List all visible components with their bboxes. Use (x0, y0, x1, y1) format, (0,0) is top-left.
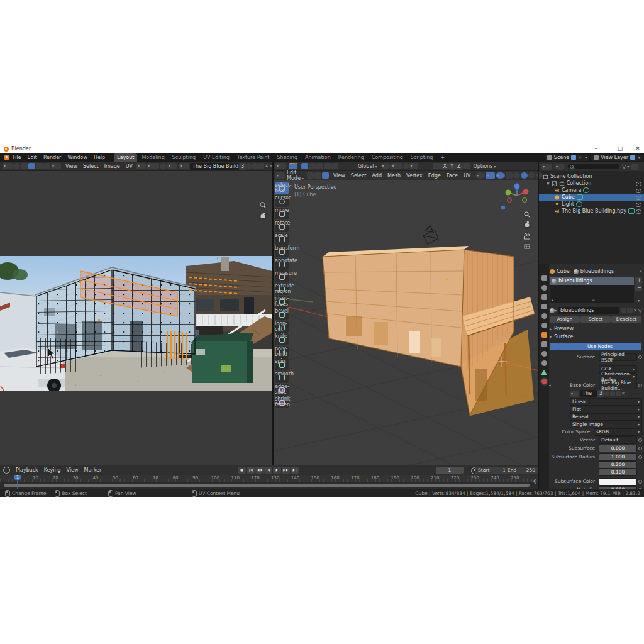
visibility-eye-icon[interactable] (636, 196, 641, 200)
color-space-dropdown[interactable]: sRGB▾ (594, 428, 642, 436)
use-nodes-button[interactable]: Use Nodes (558, 343, 641, 350)
tab-tool-icon[interactable] (541, 275, 547, 281)
viewport-menu-item[interactable]: UV (464, 173, 470, 179)
visibility-eye-icon[interactable] (636, 203, 641, 207)
vertex-select-button[interactable] (307, 172, 314, 179)
tab-object-data-icon[interactable] (541, 370, 547, 375)
editor-separator[interactable] (538, 162, 539, 489)
falloff-button[interactable] (167, 163, 177, 169)
collapse-arrow-icon[interactable]: ❮ (533, 479, 536, 484)
tab-modifiers-icon[interactable] (541, 341, 547, 347)
pin-id-icon[interactable]: ⌖ (640, 269, 642, 274)
tab-scene-icon[interactable] (541, 313, 547, 319)
outliner-options-icon[interactable] (631, 164, 638, 170)
proportional-edit-icon[interactable] (160, 163, 167, 169)
outliner-row-camera[interactable]: Camera (539, 187, 644, 194)
item-7[interactable]: measure (275, 270, 289, 282)
viewport-menu-item[interactable]: Vertex (406, 173, 423, 179)
workspace-tab[interactable]: Layout (114, 153, 137, 162)
menu-item[interactable]: Render (43, 155, 61, 160)
frame-start-field[interactable]: Start1 (475, 467, 508, 474)
fake-user-icon[interactable] (246, 163, 252, 169)
copy-scene-icon[interactable] (571, 155, 576, 160)
shading-solid-button[interactable] (521, 172, 528, 179)
uv-menu-item[interactable]: View (65, 164, 77, 169)
timeline-menu-item[interactable]: Keying (44, 467, 61, 473)
playback-button[interactable]: ▶| (291, 467, 299, 474)
mode-dropdown[interactable]: Edit Mode (287, 170, 304, 181)
uv-select-vertex-button[interactable] (21, 163, 28, 169)
playback-button[interactable]: |◀ (247, 467, 255, 474)
image-new-icon[interactable] (610, 391, 615, 396)
menu-item[interactable]: Help (94, 155, 105, 160)
unlink-image-icon[interactable]: ✕ (265, 164, 269, 169)
editor-type-button[interactable] (3, 163, 13, 169)
select-mode-paint-button[interactable] (331, 163, 338, 169)
surface-shader-field[interactable]: Principled BSDF (599, 353, 637, 361)
minimize-button[interactable]: – (590, 145, 602, 152)
timeline-scrollbar[interactable] (4, 484, 530, 487)
tab-view-layer-icon[interactable] (541, 304, 547, 309)
item-0[interactable]: select-box (275, 182, 289, 194)
radius-y-slider[interactable]: 0.200 (599, 461, 637, 469)
radius-z-slider[interactable]: 0.100 (599, 469, 637, 476)
workspace-tab[interactable]: Scripting (408, 153, 436, 162)
timeline-editor-type-icon[interactable] (3, 467, 10, 474)
mirror-y-button[interactable]: Y (448, 163, 455, 170)
select-mode-tweak-button[interactable] (301, 163, 308, 169)
image-name-short[interactable]: The (580, 390, 597, 397)
select-mode-box-button[interactable] (309, 163, 316, 169)
material-slot-name[interactable]: bluebuildings (558, 278, 592, 284)
menu-item[interactable]: File (13, 155, 21, 160)
face-select-button[interactable] (322, 172, 329, 179)
menu-item[interactable]: Edit (27, 155, 37, 160)
item-15[interactable]: smooth (275, 371, 289, 383)
active-tool-button[interactable] (275, 163, 286, 169)
tab-object-icon[interactable] (541, 332, 547, 338)
item-9[interactable]: inset-faces (275, 296, 289, 308)
viewport-menu-item[interactable]: Face (447, 173, 458, 179)
material-slot-list[interactable]: bluebuildings ▸ ≡ (550, 277, 634, 303)
workspace-tab[interactable]: Rendering (335, 153, 367, 162)
outliner-display-mode-button[interactable] (541, 164, 552, 170)
item-3[interactable]: rotate (275, 220, 289, 232)
collection-expand-icon[interactable]: ▼ (547, 181, 550, 186)
workspace-tab[interactable]: Compositing (369, 153, 406, 162)
falloff-dropdown[interactable] (409, 163, 418, 169)
unlink-material-icon[interactable]: ✕ (633, 308, 637, 313)
uv-display-mode-icon[interactable] (13, 163, 20, 169)
view-layer-selector[interactable]: View Layer (591, 155, 643, 161)
material-funnel-icon[interactable]: ▽ (638, 308, 642, 313)
uv-select-face-button[interactable] (36, 163, 43, 169)
subsurface-value-slider[interactable]: 0.000 (599, 445, 637, 452)
proportional-editing-icon[interactable] (403, 163, 409, 169)
copy-view-layer-icon[interactable] (630, 155, 635, 160)
outliner-row-scene-collection[interactable]: Scene Collection (539, 173, 644, 180)
uv-menu-item[interactable]: Image (104, 164, 120, 169)
base-color-field[interactable]: The Big Blue Buildin... (599, 382, 637, 389)
visibility-eye-icon[interactable] (636, 209, 641, 214)
surface-panel-header[interactable]: ▾Surface (550, 333, 642, 340)
outliner-row-building-object[interactable]: The Big Blue Building.hpy (539, 208, 644, 214)
image-users-badge[interactable]: 3 (239, 163, 246, 170)
add-slot-button[interactable]: + (635, 277, 642, 284)
image-browse-button[interactable] (179, 163, 189, 169)
slot-specials-button[interactable]: ▾ (635, 298, 642, 303)
item-2[interactable]: move (275, 208, 289, 219)
scene-selector[interactable]: Scene✕ (545, 155, 589, 161)
tool-cursor-button[interactable] (289, 163, 297, 169)
timeline-menu-item[interactable]: Playback (16, 467, 38, 473)
visibility-eye-icon[interactable] (636, 182, 641, 186)
blender-menu-icon[interactable] (4, 155, 9, 160)
item-6[interactable]: annotate (275, 258, 289, 270)
workspace-tab[interactable]: Modeling (138, 153, 167, 162)
viewport-menu-item[interactable]: Select (351, 173, 367, 179)
uv-select-island-button[interactable] (43, 163, 50, 169)
workspace-tab[interactable]: + (437, 153, 448, 162)
viewport-menu-item[interactable]: View (333, 173, 345, 179)
shading-wireframe-button[interactable] (513, 172, 520, 179)
maximize-button[interactable]: ▢ (614, 145, 626, 152)
select-mode-lasso-button[interactable] (324, 163, 331, 169)
close-button[interactable]: ✕ (631, 145, 644, 152)
pivot-point-button[interactable] (136, 163, 146, 169)
